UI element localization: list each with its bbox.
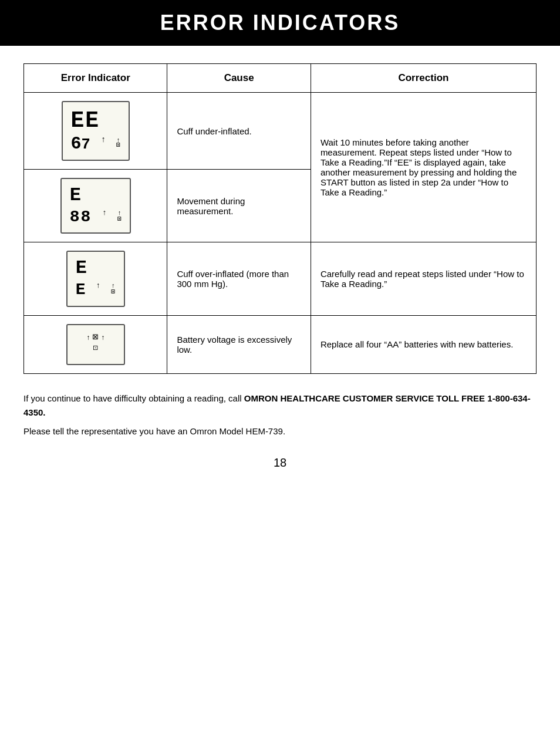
lcd-text-e1: E xyxy=(70,185,122,207)
table-row: EE 67 ↑ ↑ ⊡ Cuff under-inflated. Wait 10… xyxy=(24,93,537,170)
col-header-indicator: Error Indicator xyxy=(24,64,167,93)
footer-line2: Please tell the representative you have … xyxy=(23,424,537,438)
col-header-cause: Cause xyxy=(167,64,311,93)
battery-icon: ↑ ⊠ ↑ xyxy=(79,332,112,342)
correction-e-e: Carefully read and repeat steps listed u… xyxy=(311,242,536,315)
indicator-ee: EE 67 ↑ ↑ ⊡ xyxy=(24,93,167,170)
page-number: 18 xyxy=(23,456,537,470)
correction-ee: Wait 10 minutes before taking another me… xyxy=(311,93,536,242)
lcd-text-e2: E xyxy=(76,258,116,279)
lcd-display-e-e: E E ↑ ↑ ⊡ xyxy=(66,251,125,306)
indicator-battery: ↑ ⊠ ↑ ⊡ xyxy=(24,315,167,373)
lcd-display-ee: EE 67 ↑ ↑ ⊡ xyxy=(62,101,130,161)
lcd-display-e-bb: E 88 ↑ ↑ ⊡ xyxy=(60,178,131,234)
battery-label: ⊡ xyxy=(79,344,112,352)
cause-e-bb: Movement during measurement. xyxy=(167,170,311,242)
lcd-text-67: 67 ↑ ↑ ⊡ xyxy=(71,134,120,154)
cause-battery: Battery voltage is excessively low. xyxy=(167,315,311,373)
table-row: E E ↑ ↑ ⊡ Cuff over-inflated (more than … xyxy=(24,242,537,315)
error-indicators-table: Error Indicator Cause Correction EE 67 ↑… xyxy=(23,63,537,374)
correction-battery: Replace all four “AA” batteries with new… xyxy=(311,315,536,373)
indicator-e-bb: E 88 ↑ ↑ ⊡ xyxy=(24,170,167,242)
cause-e-e: Cuff over-inflated (more than 300 mm Hg)… xyxy=(167,242,311,315)
indicator-e-e: E E ↑ ↑ ⊡ xyxy=(24,242,167,315)
lcd-display-battery: ↑ ⊠ ↑ ⊡ xyxy=(66,324,125,365)
footer-text: If you continue to have difficulty obtai… xyxy=(23,392,537,420)
footer-line1-normal: If you continue to have difficulty obtai… xyxy=(23,393,244,403)
lcd-text-ee: EE xyxy=(71,108,120,134)
lcd-text-e3: E ↑ ↑ ⊡ xyxy=(76,279,116,300)
page-header: ERROR INDICATORS xyxy=(0,0,560,46)
col-header-correction: Correction xyxy=(311,64,536,93)
table-row: ↑ ⊠ ↑ ⊡ Battery voltage is excessively l… xyxy=(24,315,537,373)
lcd-text-bb: 88 ↑ ↑ ⊡ xyxy=(70,207,122,227)
cause-ee: Cuff under-inflated. xyxy=(167,93,311,170)
